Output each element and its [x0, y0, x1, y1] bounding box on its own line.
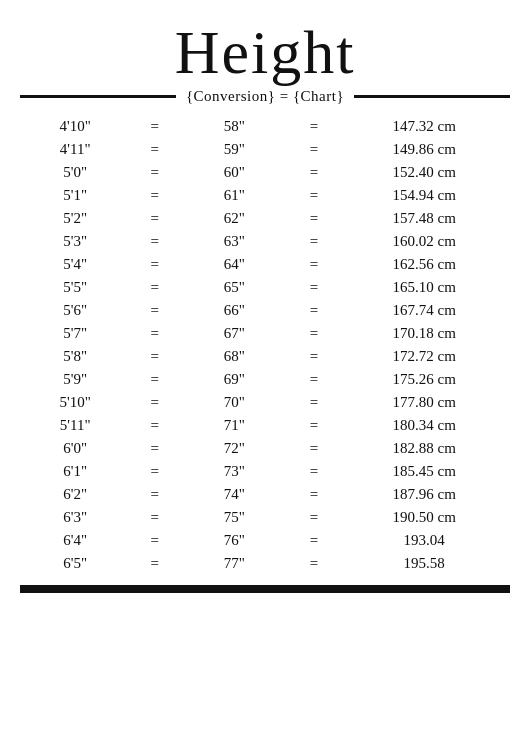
table-row: 5'3"=63"=160.02 cm [20, 230, 510, 253]
cell-eq2: = [289, 299, 338, 322]
cell-eq2: = [289, 552, 338, 575]
cell-eq1: = [130, 460, 179, 483]
subtitle-line-right [354, 95, 510, 98]
cell-inches: 70" [179, 391, 289, 414]
cell-eq2: = [289, 253, 338, 276]
cell-inches: 68" [179, 345, 289, 368]
conversion-table: 4'10"=58"=147.32 cm4'11"=59"=149.86 cm5'… [20, 115, 510, 575]
cell-eq2: = [289, 414, 338, 437]
cell-feet: 5'3" [20, 230, 130, 253]
table-row: 6'3"=75"=190.50 cm [20, 506, 510, 529]
cell-inches: 63" [179, 230, 289, 253]
table-row: 5'5"=65"=165.10 cm [20, 276, 510, 299]
table-row: 4'10"=58"=147.32 cm [20, 115, 510, 138]
table-row: 4'11"=59"=149.86 cm [20, 138, 510, 161]
cell-feet: 5'7" [20, 322, 130, 345]
cell-inches: 65" [179, 276, 289, 299]
table-row: 5'7"=67"=170.18 cm [20, 322, 510, 345]
cell-feet: 6'0" [20, 437, 130, 460]
cell-feet: 5'1" [20, 184, 130, 207]
cell-eq2: = [289, 207, 338, 230]
cell-eq1: = [130, 184, 179, 207]
cell-cm: 167.74 cm [338, 299, 510, 322]
cell-eq2: = [289, 184, 338, 207]
table-row: 6'0"=72"=182.88 cm [20, 437, 510, 460]
cell-inches: 77" [179, 552, 289, 575]
cell-inches: 60" [179, 161, 289, 184]
table-row: 5'9"=69"=175.26 cm [20, 368, 510, 391]
table-row: 6'1"=73"=185.45 cm [20, 460, 510, 483]
cell-eq2: = [289, 529, 338, 552]
cell-feet: 5'4" [20, 253, 130, 276]
cell-inches: 61" [179, 184, 289, 207]
cell-eq1: = [130, 506, 179, 529]
cell-eq2: = [289, 345, 338, 368]
cell-feet: 5'9" [20, 368, 130, 391]
cell-feet: 5'8" [20, 345, 130, 368]
cell-eq1: = [130, 230, 179, 253]
cell-inches: 66" [179, 299, 289, 322]
cell-cm: 177.80 cm [338, 391, 510, 414]
cell-feet: 6'5" [20, 552, 130, 575]
cell-feet: 5'10" [20, 391, 130, 414]
cell-feet: 5'6" [20, 299, 130, 322]
cell-cm: 152.40 cm [338, 161, 510, 184]
table-row: 6'4"=76"=193.04 [20, 529, 510, 552]
table-row: 5'11"=71"=180.34 cm [20, 414, 510, 437]
cell-inches: 69" [179, 368, 289, 391]
cell-cm: 154.94 cm [338, 184, 510, 207]
subtitle-bar: {Conversion} = {Chart} [20, 88, 510, 105]
cell-eq1: = [130, 414, 179, 437]
cell-cm: 195.58 [338, 552, 510, 575]
table-row: 5'10"=70"=177.80 cm [20, 391, 510, 414]
cell-eq1: = [130, 299, 179, 322]
table-row: 5'0"=60"=152.40 cm [20, 161, 510, 184]
cell-eq1: = [130, 322, 179, 345]
cell-feet: 6'1" [20, 460, 130, 483]
table-row: 5'1"=61"=154.94 cm [20, 184, 510, 207]
cell-cm: 190.50 cm [338, 506, 510, 529]
cell-cm: 162.56 cm [338, 253, 510, 276]
cell-feet: 6'3" [20, 506, 130, 529]
cell-eq1: = [130, 115, 179, 138]
cell-cm: 187.96 cm [338, 483, 510, 506]
cell-feet: 4'10" [20, 115, 130, 138]
page-title: Height [175, 18, 356, 86]
cell-feet: 6'4" [20, 529, 130, 552]
cell-cm: 147.32 cm [338, 115, 510, 138]
subtitle-text: {Conversion} = {Chart} [176, 88, 354, 105]
table-row: 5'2"=62"=157.48 cm [20, 207, 510, 230]
cell-cm: 182.88 cm [338, 437, 510, 460]
bottom-bar [20, 585, 510, 593]
cell-eq2: = [289, 230, 338, 253]
table-row: 5'6"=66"=167.74 cm [20, 299, 510, 322]
cell-inches: 58" [179, 115, 289, 138]
cell-cm: 193.04 [338, 529, 510, 552]
cell-eq2: = [289, 368, 338, 391]
subtitle-line-left [20, 95, 176, 98]
cell-inches: 62" [179, 207, 289, 230]
cell-feet: 5'5" [20, 276, 130, 299]
cell-eq1: = [130, 138, 179, 161]
cell-inches: 73" [179, 460, 289, 483]
cell-cm: 170.18 cm [338, 322, 510, 345]
cell-eq1: = [130, 483, 179, 506]
cell-eq1: = [130, 253, 179, 276]
cell-feet: 5'2" [20, 207, 130, 230]
table-row: 5'8"=68"=172.72 cm [20, 345, 510, 368]
cell-inches: 71" [179, 414, 289, 437]
cell-eq1: = [130, 391, 179, 414]
cell-eq2: = [289, 138, 338, 161]
cell-feet: 5'11" [20, 414, 130, 437]
cell-cm: 175.26 cm [338, 368, 510, 391]
cell-eq1: = [130, 345, 179, 368]
cell-cm: 160.02 cm [338, 230, 510, 253]
cell-inches: 76" [179, 529, 289, 552]
cell-eq1: = [130, 529, 179, 552]
cell-eq2: = [289, 483, 338, 506]
cell-cm: 149.86 cm [338, 138, 510, 161]
cell-eq2: = [289, 437, 338, 460]
cell-eq2: = [289, 276, 338, 299]
page-wrapper: Height {Conversion} = {Chart} 4'10"=58"=… [0, 0, 530, 613]
cell-eq1: = [130, 161, 179, 184]
